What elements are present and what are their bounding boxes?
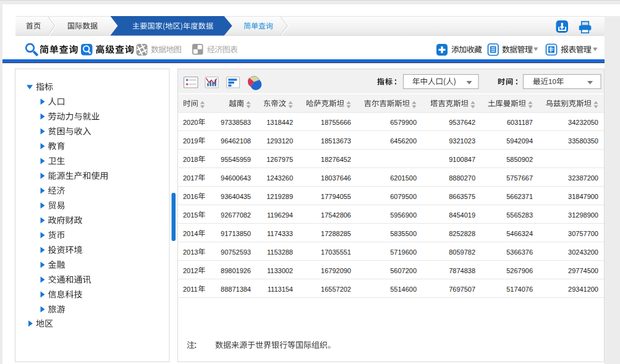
svg-text:5366376: 5366376: [506, 248, 533, 256]
svg-text:88871384: 88871384: [221, 286, 251, 293]
svg-text:18513673: 18513673: [321, 137, 351, 145]
svg-text:31847900: 31847900: [568, 193, 598, 200]
svg-text:5757667: 5757667: [506, 174, 533, 182]
svg-text:5835500: 5835500: [390, 230, 417, 237]
svg-text:1153288: 1153288: [267, 248, 293, 256]
svg-text:9537642: 9537642: [449, 119, 475, 126]
svg-text:2019: 2019: [183, 137, 198, 145]
svg-text:8252828: 8252828: [449, 230, 475, 237]
svg-text:5956900: 5956900: [390, 211, 417, 219]
svg-text:2016: 2016: [183, 193, 198, 200]
svg-text:95545959: 95545959: [221, 156, 251, 163]
svg-text:32387200: 32387200: [568, 174, 598, 182]
svg-text:10: 10: [548, 78, 556, 85]
svg-text:97338583: 97338583: [221, 119, 251, 126]
svg-text:2018: 2018: [183, 156, 198, 163]
svg-text:90752593: 90752593: [221, 248, 251, 256]
svg-text:18037646: 18037646: [321, 174, 351, 182]
svg-text:2014: 2014: [183, 230, 198, 237]
svg-text:91713850: 91713850: [221, 230, 251, 237]
svg-text:2012: 2012: [183, 267, 198, 274]
svg-text:7697507: 7697507: [449, 286, 475, 293]
svg-text:17035551: 17035551: [321, 248, 351, 256]
svg-text:2011: 2011: [183, 286, 198, 293]
svg-text:2015: 2015: [183, 211, 198, 219]
svg-text:5662371: 5662371: [506, 193, 533, 200]
svg-text:5607200: 5607200: [390, 267, 417, 274]
svg-text:30757700: 30757700: [568, 230, 598, 237]
svg-text:18755666: 18755666: [321, 119, 351, 126]
svg-text:6031187: 6031187: [507, 119, 533, 126]
svg-text:5719600: 5719600: [390, 248, 417, 256]
svg-text:31298900: 31298900: [568, 211, 598, 219]
svg-text:1196294: 1196294: [267, 211, 293, 219]
svg-text:6579900: 6579900: [390, 119, 417, 126]
svg-text:5174076: 5174076: [506, 286, 533, 293]
svg-text:17542806: 17542806: [321, 211, 351, 219]
svg-text:8059782: 8059782: [449, 248, 475, 256]
svg-text:29341200: 29341200: [568, 286, 598, 293]
svg-text:16557202: 16557202: [321, 286, 351, 293]
svg-text:1267975: 1267975: [266, 156, 293, 163]
svg-text:1243260: 1243260: [266, 174, 293, 182]
svg-text:9100847: 9100847: [449, 156, 475, 163]
svg-text:6201500: 6201500: [390, 174, 417, 182]
svg-text:6456200: 6456200: [390, 137, 417, 145]
svg-text:94600643: 94600643: [221, 174, 251, 182]
svg-text:6079500: 6079500: [390, 193, 417, 200]
svg-text:5466324: 5466324: [506, 230, 533, 237]
svg-text:1318442: 1318442: [266, 119, 293, 126]
svg-text:33580350: 33580350: [568, 137, 598, 145]
svg-text:9321023: 9321023: [449, 137, 475, 145]
svg-text:5850902: 5850902: [506, 156, 533, 163]
svg-text:8663575: 8663575: [449, 193, 475, 200]
svg-text:5942094: 5942094: [506, 137, 533, 145]
svg-text:2020: 2020: [183, 119, 198, 126]
svg-text:89801926: 89801926: [221, 267, 251, 274]
svg-text:17794055: 17794055: [321, 193, 351, 200]
svg-text:5514600: 5514600: [390, 286, 417, 293]
svg-text:5267906: 5267906: [506, 267, 533, 274]
svg-text:8880270: 8880270: [449, 174, 475, 182]
svg-text:1174333: 1174333: [267, 230, 293, 237]
svg-text:93640435: 93640435: [221, 193, 251, 200]
svg-text:1219289: 1219289: [266, 193, 293, 200]
svg-text:8454019: 8454019: [449, 211, 475, 219]
svg-text:92677082: 92677082: [221, 211, 251, 219]
svg-text:1113154: 1113154: [268, 286, 293, 293]
svg-text:17288285: 17288285: [321, 230, 351, 237]
svg-text:2013: 2013: [183, 248, 198, 256]
svg-text:29774500: 29774500: [568, 267, 598, 274]
svg-text:18276452: 18276452: [321, 156, 351, 163]
svg-text:5565283: 5565283: [506, 211, 533, 219]
svg-text:1133002: 1133002: [267, 267, 293, 274]
svg-text:7874838: 7874838: [449, 267, 475, 274]
svg-text:1293120: 1293120: [266, 137, 293, 145]
svg-text:30243200: 30243200: [568, 248, 598, 256]
svg-text:96462108: 96462108: [221, 137, 251, 145]
svg-text:16792090: 16792090: [321, 267, 351, 274]
svg-text:34232050: 34232050: [568, 119, 598, 126]
svg-text:2017: 2017: [183, 174, 198, 182]
